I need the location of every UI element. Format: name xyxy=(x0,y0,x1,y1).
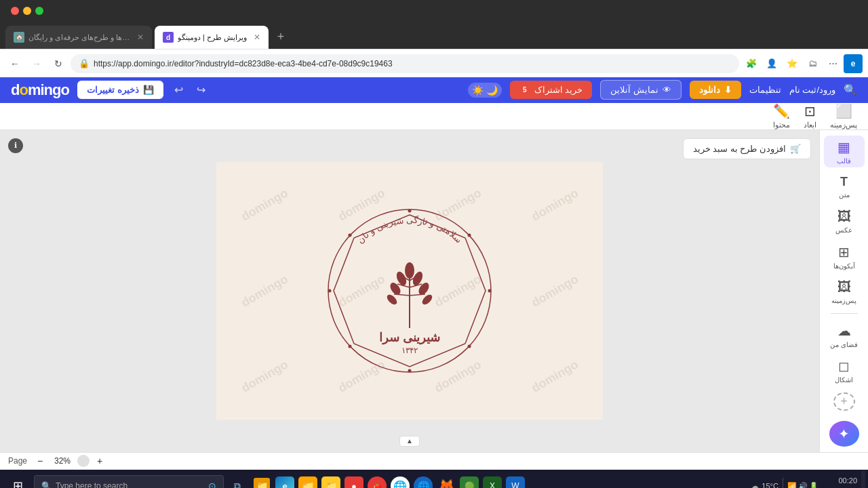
more-icon[interactable]: ⋯ xyxy=(823,54,842,73)
collections-icon[interactable]: 🗂 xyxy=(803,54,822,73)
icons-icon: ⊞ xyxy=(838,244,850,260)
qalib-icon: ▦ xyxy=(837,139,850,155)
buy-share-button[interactable]: خرید اشتراک 5 xyxy=(510,81,592,99)
ax-icon: 🖼 xyxy=(837,209,851,224)
taskbar-app-pomidoro[interactable]: 🍅 xyxy=(366,475,388,488)
tab-2-close[interactable]: ✕ xyxy=(254,33,260,42)
forward-button[interactable]: → xyxy=(27,54,46,73)
taskbar-app-green[interactable]: 🟢 xyxy=(458,475,480,488)
logo-svg: سلامتی و تازگی شیرینی و نان xyxy=(321,203,498,379)
svg-point-21 xyxy=(408,369,412,373)
page-label: Page xyxy=(8,456,27,466)
panel-item-fazaye-man[interactable]: ☁ فضای من xyxy=(824,319,865,352)
undo-button[interactable]: ↩ xyxy=(172,81,186,99)
dimensions-icon: ⊡ xyxy=(804,103,816,119)
refresh-button[interactable]: ↻ xyxy=(49,54,68,73)
panel-ai-button[interactable]: ✦ xyxy=(829,421,859,446)
buy-share-badge: 5 xyxy=(519,85,530,94)
taskbar-divider xyxy=(783,478,783,488)
design-canvas: domingo domingo domingo domingo domingo … xyxy=(216,162,603,420)
taskbar-app-chrome[interactable]: 🌐 xyxy=(389,475,411,488)
favorites-icon[interactable]: ⭐ xyxy=(783,54,802,73)
start-button[interactable]: ⊞ xyxy=(3,471,33,488)
svg-point-17 xyxy=(408,209,412,213)
add-to-cart-button[interactable]: 🛒 افزودن طرح به سبد خرید xyxy=(683,138,811,159)
svg-point-19 xyxy=(488,289,492,293)
taskbar-app-word[interactable]: W xyxy=(505,475,526,488)
svg-point-22 xyxy=(349,345,352,348)
app-nav: 🔍 ورود/ثبت نام تنظیمات ⬇ دانلود 👁 نمایش … xyxy=(0,77,868,103)
zoom-circle[interactable] xyxy=(77,455,90,467)
search-placeholder: Type here to search xyxy=(56,481,127,488)
panel-item-icons[interactable]: ⊞ آیکون‌ها xyxy=(824,241,865,273)
taskbar-clock[interactable]: 00:20 18/05/2024 xyxy=(820,476,857,488)
edge-icon: e xyxy=(844,54,863,73)
taskbar-app-files2[interactable]: 📁 xyxy=(320,475,342,488)
search-icon-taskbar: 🔍 xyxy=(41,481,52,488)
panel-item-ax[interactable]: 🖼 عکس xyxy=(824,205,865,238)
save-button[interactable]: 💾 ذخیره تغییرات xyxy=(77,81,163,99)
extension-icon[interactable]: 🧩 xyxy=(742,54,761,73)
panel-add-button[interactable]: + xyxy=(833,392,855,411)
tab-2-favicon: d xyxy=(163,32,174,43)
theme-toggle[interactable]: 🌙 ☀️ xyxy=(468,83,502,98)
cart-icon: 🛒 xyxy=(790,144,801,154)
preview-button[interactable]: 👁 نمایش آنلاین xyxy=(600,80,682,100)
show-desktop-button[interactable] xyxy=(861,471,865,488)
address-text: https://app.domingo.ir/editor?industryId… xyxy=(94,59,731,68)
svg-text:📁: 📁 xyxy=(256,481,269,488)
browser-tab-1[interactable]: 🏠 قالب‌ها و طرح‌های حرفه‌ای و رایگان ✕ xyxy=(5,26,152,49)
taskbar-search[interactable]: 🔍 Type here to search ⊙ xyxy=(34,475,224,488)
panel-item-qalib[interactable]: ▦ قالب xyxy=(824,136,865,168)
taskbar-app-explorer[interactable]: 📁 xyxy=(251,475,273,488)
svg-point-4 xyxy=(405,262,414,279)
right-panel: ▦ قالب T متن 🖼 عکس ⊞ آیکون‌ها 🖼 پس‌زمینه xyxy=(819,130,868,452)
panel-item-ashkal[interactable]: ◻ اشکال xyxy=(824,354,865,387)
taskbar-network: 📶 xyxy=(787,482,797,489)
panel-item-background[interactable]: 🖼 پس‌زمینه xyxy=(824,276,865,308)
browser-tab-2[interactable]: d ویرایش طرح | دومینگو ✕ xyxy=(155,26,269,49)
taskbar-app-edge[interactable]: e xyxy=(274,475,296,488)
toolbar: ⬜ پس‌زمینه ⊡ ابعاد ✏️ محتوا xyxy=(0,103,868,130)
profile-icon[interactable]: 👤 xyxy=(762,54,781,73)
taskbar-sys-icons: ☁ 15°C xyxy=(751,481,778,488)
tab-1-favicon: 🏠 xyxy=(14,32,24,43)
tool-content[interactable]: ✏️ محتوا xyxy=(773,103,790,129)
info-badge[interactable]: ℹ xyxy=(8,138,23,153)
svg-point-18 xyxy=(468,234,471,237)
svg-line-16 xyxy=(410,294,425,296)
taskview-button[interactable]: ⧉ xyxy=(225,474,250,488)
svg-text:شیرینی سرا: شیرینی سرا xyxy=(379,331,440,345)
taskbar-app-files[interactable]: 📁 xyxy=(297,475,319,488)
login-button[interactable]: ورود/ثبت نام xyxy=(789,85,835,95)
taskbar-app-red[interactable]: ● xyxy=(343,475,365,488)
tool-background[interactable]: ⬜ پس‌زمینه xyxy=(830,103,857,129)
taskbar-app-blue-browser[interactable]: 🌐 xyxy=(412,475,434,488)
content-icon: ✏️ xyxy=(773,103,790,119)
ashkal-icon: ◻ xyxy=(838,358,850,374)
taskbar-app-firefox[interactable]: 🦊 xyxy=(435,475,457,488)
taskbar: ⊞ 🔍 Type here to search ⊙ ⧉ 📁 e 📁 📁 ● 🍅 … xyxy=(0,470,868,488)
address-bar[interactable]: 🔒 https://app.domingo.ir/editor?industry… xyxy=(71,54,739,73)
sun-icon: ☀️ xyxy=(472,85,484,96)
search-icon[interactable]: 🔍 xyxy=(844,83,857,96)
zoom-out-button[interactable]: − xyxy=(33,453,47,468)
sound-icon: 🔊 xyxy=(798,482,808,489)
new-tab-button[interactable]: + xyxy=(271,27,290,46)
fazaye-man-icon: ☁ xyxy=(837,323,851,339)
tab-1-title: قالب‌ها و طرح‌های حرفه‌ای و رایگان xyxy=(28,33,130,42)
redo-button[interactable]: ↪ xyxy=(194,81,208,99)
battery-icon: 🔋 xyxy=(809,482,818,489)
tab-1-close[interactable]: ✕ xyxy=(137,33,144,42)
matn-icon: T xyxy=(840,175,848,189)
temp-value: 15°C xyxy=(762,482,778,488)
taskbar-app-excel[interactable]: X xyxy=(481,475,503,488)
panel-divider xyxy=(831,313,858,314)
back-button[interactable]: ← xyxy=(5,54,24,73)
panel-item-matn[interactable]: T متن xyxy=(824,170,865,203)
download-button[interactable]: ⬇ دانلود xyxy=(690,81,741,99)
zoom-in-button[interactable]: + xyxy=(92,453,107,468)
settings-link[interactable]: تنظیمات xyxy=(749,85,781,95)
scroll-up-button[interactable]: ▲ xyxy=(399,436,420,447)
tool-dimensions[interactable]: ⊡ ابعاد xyxy=(804,103,816,129)
